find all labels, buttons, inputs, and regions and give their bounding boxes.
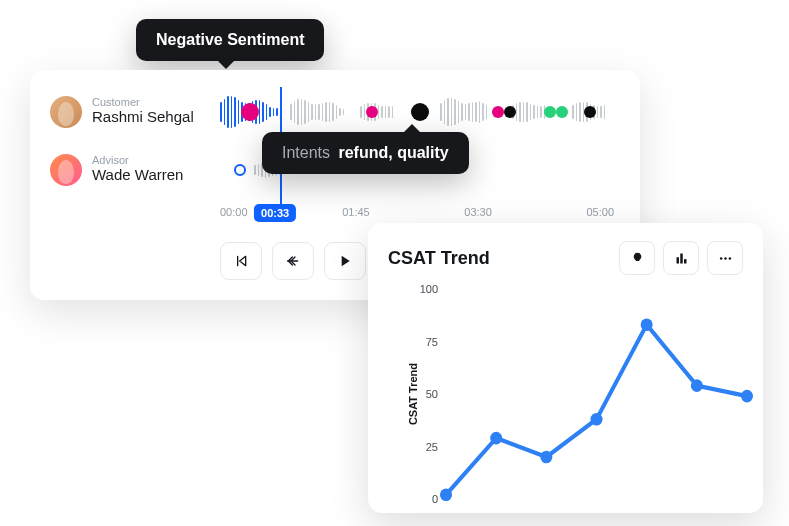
play-icon (337, 253, 353, 269)
more-icon (718, 251, 733, 266)
wave-cluster (290, 90, 344, 134)
wave-cluster (440, 90, 487, 134)
lightbulb-icon (630, 251, 645, 266)
customer-text: Customer Rashmi Sehgal (92, 97, 220, 127)
skip-start-icon (233, 253, 249, 269)
data-point[interactable] (440, 489, 452, 502)
advisor-text: Advisor Wade Warren (92, 155, 220, 185)
data-point[interactable] (540, 451, 552, 464)
marker-dot[interactable] (411, 103, 429, 121)
advisor-avatar (50, 154, 82, 186)
advisor-role-label: Advisor (92, 155, 220, 166)
marker-dot[interactable] (234, 164, 246, 176)
sentiment-tooltip: Negative Sentiment (136, 19, 324, 61)
csat-title: CSAT Trend (388, 248, 490, 269)
current-time-pill[interactable]: 00:33 (254, 204, 296, 222)
chart-plot[interactable] (446, 289, 747, 499)
data-point[interactable] (590, 413, 602, 426)
series-line (446, 325, 747, 495)
y-tick: 75 (410, 336, 438, 348)
csat-actions (619, 241, 743, 275)
customer-avatar (50, 96, 82, 128)
marker-dot[interactable] (504, 106, 516, 118)
y-ticks: 0255075100 (410, 289, 438, 499)
csat-header: CSAT Trend (388, 241, 743, 275)
svg-rect-1 (680, 253, 683, 263)
data-point[interactable] (741, 390, 753, 403)
marker-dot[interactable] (241, 103, 259, 121)
svg-rect-2 (684, 259, 687, 263)
marker-dot[interactable] (556, 106, 568, 118)
data-point[interactable] (641, 318, 653, 331)
prev-button[interactable] (272, 242, 314, 280)
y-tick: 0 (410, 493, 438, 505)
svg-point-4 (724, 257, 727, 260)
chart-type-button[interactable] (663, 241, 699, 275)
data-point[interactable] (691, 379, 703, 392)
csat-chart: CSAT Trend 0255075100 (388, 289, 747, 499)
arrow-left-icon (285, 253, 301, 269)
customer-row: Customer Rashmi Sehgal (50, 90, 614, 134)
marker-dot[interactable] (544, 106, 556, 118)
customer-role-label: Customer (92, 97, 220, 108)
intents-tooltip-label: Intents (282, 144, 330, 161)
csat-card: CSAT Trend CSAT Trend 02 (368, 223, 763, 513)
svg-point-5 (728, 257, 731, 260)
more-button[interactable] (707, 241, 743, 275)
intents-tooltip-value: refund, quality (338, 144, 448, 161)
insight-button[interactable] (619, 241, 655, 275)
customer-name: Rashmi Sehgal (92, 108, 220, 127)
skip-start-button[interactable] (220, 242, 262, 280)
marker-dot[interactable] (366, 106, 378, 118)
marker-dot[interactable] (492, 106, 504, 118)
y-tick: 100 (410, 283, 438, 295)
play-button[interactable] (324, 242, 366, 280)
svg-point-3 (719, 257, 722, 260)
y-tick: 25 (410, 441, 438, 453)
sentiment-tooltip-text: Negative Sentiment (156, 31, 304, 48)
time-tick: 00:00 (220, 206, 248, 228)
y-tick: 50 (410, 388, 438, 400)
time-tick: 01:45 (342, 206, 370, 228)
intents-tooltip: Intents refund, quality (262, 132, 469, 174)
bar-chart-icon (674, 251, 689, 266)
data-point[interactable] (490, 432, 502, 445)
svg-rect-0 (676, 257, 679, 263)
marker-dot[interactable] (584, 106, 596, 118)
chart-svg (446, 289, 747, 499)
advisor-name: Wade Warren (92, 166, 220, 185)
wave-cluster (512, 90, 545, 134)
